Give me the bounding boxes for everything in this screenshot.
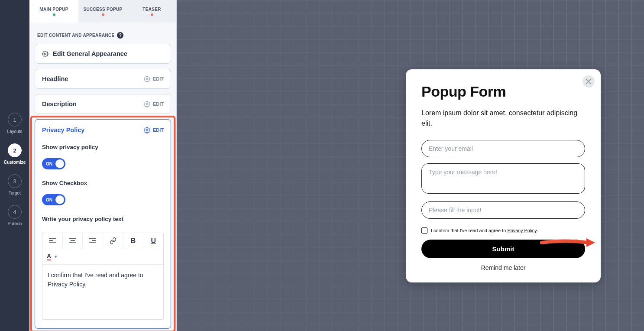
confirm-link[interactable]: Privacy Policy bbox=[507, 228, 537, 233]
headline-card[interactable]: Headline EDIT bbox=[35, 69, 171, 89]
card-edit[interactable]: EDIT bbox=[144, 127, 164, 133]
toggle-text: ON bbox=[46, 198, 52, 202]
description-card[interactable]: Description EDIT bbox=[35, 94, 171, 114]
close-icon[interactable] bbox=[583, 75, 595, 88]
toggle-knob bbox=[55, 195, 64, 204]
chevron-down-icon[interactable]: ▾ bbox=[55, 254, 57, 260]
popup-preview: Popup Form Lorem ipsum dolor sit amet, c… bbox=[406, 69, 601, 282]
card-edit: EDIT bbox=[144, 101, 164, 107]
help-icon[interactable]: ? bbox=[117, 32, 123, 39]
edit-label: EDIT bbox=[153, 76, 164, 81]
rich-text-editor: B U A ▾ I confirm that I've read and agr… bbox=[42, 233, 164, 320]
step-label: Layouts bbox=[7, 129, 22, 134]
align-left-icon[interactable] bbox=[42, 233, 63, 249]
svg-point-2 bbox=[146, 103, 148, 105]
step-label: Customize bbox=[4, 160, 26, 165]
section-label-text: EDIT CONTENT AND APPEARANCE bbox=[37, 33, 114, 38]
underline-icon[interactable]: U bbox=[143, 233, 163, 249]
rte-toolbar-row2: A ▾ bbox=[42, 249, 163, 265]
toggle-text: ON bbox=[46, 162, 52, 166]
tab-label: TEASER bbox=[142, 7, 161, 12]
confirm-prefix: I confirm that I've read and agree to bbox=[431, 228, 507, 233]
gear-icon bbox=[144, 76, 150, 82]
gear-icon bbox=[144, 127, 150, 133]
card-title: Privacy Policy bbox=[42, 127, 84, 133]
tab-status-dot bbox=[53, 13, 55, 16]
gear-icon bbox=[144, 101, 150, 107]
confirm-text: I confirm that I've read and agree to Pr… bbox=[431, 228, 538, 233]
card-title: Description bbox=[42, 101, 77, 107]
align-center-icon[interactable] bbox=[63, 233, 83, 249]
app-root: 1 Layouts 2 Customize 3 Target 4 Publish… bbox=[0, 0, 644, 331]
sidebar-scroll[interactable]: EDIT CONTENT AND APPEARANCE ? Edit Gener… bbox=[29, 23, 176, 331]
email-input[interactable] bbox=[421, 140, 585, 157]
popup-title: Popup Form bbox=[421, 83, 585, 100]
generic-input[interactable] bbox=[421, 201, 585, 219]
show-policy-toggle[interactable]: ON bbox=[42, 158, 65, 169]
text-color-icon[interactable]: A bbox=[47, 253, 51, 260]
show-policy-label: Show privacy policy bbox=[42, 144, 164, 150]
show-checkbox-toggle[interactable]: ON bbox=[42, 194, 65, 205]
edit-label: EDIT bbox=[153, 127, 164, 133]
show-checkbox-label: Show Checkbox bbox=[42, 180, 164, 186]
tab-status-dot bbox=[151, 13, 153, 16]
step-publish[interactable]: 4 Publish bbox=[8, 205, 22, 226]
card-title: Edit General Appearance bbox=[53, 50, 127, 57]
link-icon[interactable] bbox=[103, 233, 123, 249]
step-label: Publish bbox=[8, 221, 22, 226]
step-rail: 1 Layouts 2 Customize 3 Target 4 Publish bbox=[0, 0, 29, 331]
submit-button[interactable]: Submit bbox=[421, 240, 585, 258]
card-title: Headline bbox=[42, 75, 68, 82]
confirm-suffix: . bbox=[537, 228, 538, 233]
sidebar-panel: MAIN POPUP SUCCESS POPUP TEASER EDIT CON… bbox=[29, 0, 177, 331]
sidebar-tabs: MAIN POPUP SUCCESS POPUP TEASER bbox=[29, 0, 176, 23]
rte-text-link: Privacy Policy bbox=[48, 281, 85, 288]
step-layouts[interactable]: 1 Layouts bbox=[7, 113, 22, 134]
card-edit: EDIT bbox=[144, 76, 164, 82]
write-text-label: Write your privacy policy text bbox=[42, 216, 164, 222]
step-target[interactable]: 3 Target bbox=[8, 174, 22, 195]
confirm-row: I confirm that I've read and agree to Pr… bbox=[421, 227, 585, 234]
align-right-icon[interactable] bbox=[83, 233, 103, 249]
bold-icon[interactable]: B bbox=[123, 233, 144, 249]
popup-description: Lorem ipsum dolor sit amet, consectetur … bbox=[421, 108, 585, 129]
tab-success-popup[interactable]: SUCCESS POPUP bbox=[78, 0, 127, 23]
privacy-policy-card: Privacy Policy EDIT Show privacy policy … bbox=[35, 119, 171, 329]
svg-point-1 bbox=[146, 78, 148, 80]
confirm-checkbox[interactable] bbox=[421, 227, 427, 234]
toggle-knob bbox=[55, 159, 64, 168]
step-circle: 3 bbox=[8, 174, 22, 188]
svg-point-3 bbox=[146, 129, 148, 131]
edit-appearance-button[interactable]: Edit General Appearance bbox=[35, 44, 171, 64]
step-circle: 1 bbox=[8, 113, 22, 127]
rte-textarea[interactable]: I confirm that I've read and agree to Pr… bbox=[42, 265, 163, 319]
tab-teaser[interactable]: TEASER bbox=[127, 0, 176, 23]
tab-label: MAIN POPUP bbox=[39, 7, 68, 12]
message-textarea[interactable] bbox=[421, 163, 585, 194]
step-customize[interactable]: 2 Customize bbox=[4, 143, 26, 165]
remind-later-link[interactable]: Remind me later bbox=[421, 264, 585, 271]
rte-text-suffix: . bbox=[85, 281, 87, 288]
tab-main-popup[interactable]: MAIN POPUP bbox=[29, 0, 78, 23]
svg-point-0 bbox=[45, 53, 46, 55]
step-label: Target bbox=[9, 191, 21, 195]
edit-label: EDIT bbox=[153, 101, 164, 107]
rte-toolbar-row1: B U bbox=[42, 233, 163, 249]
rte-text-prefix: I confirm that I've read and agree to bbox=[48, 272, 143, 279]
step-circle: 4 bbox=[8, 205, 22, 219]
gear-icon bbox=[42, 51, 49, 57]
tab-label: SUCCESS POPUP bbox=[83, 7, 122, 12]
section-label: EDIT CONTENT AND APPEARANCE ? bbox=[37, 32, 168, 39]
card-head: Privacy Policy EDIT bbox=[42, 127, 164, 133]
canvas[interactable]: Popup Form Lorem ipsum dolor sit amet, c… bbox=[177, 0, 644, 331]
tab-status-dot bbox=[102, 13, 104, 16]
step-circle: 2 bbox=[8, 143, 22, 157]
